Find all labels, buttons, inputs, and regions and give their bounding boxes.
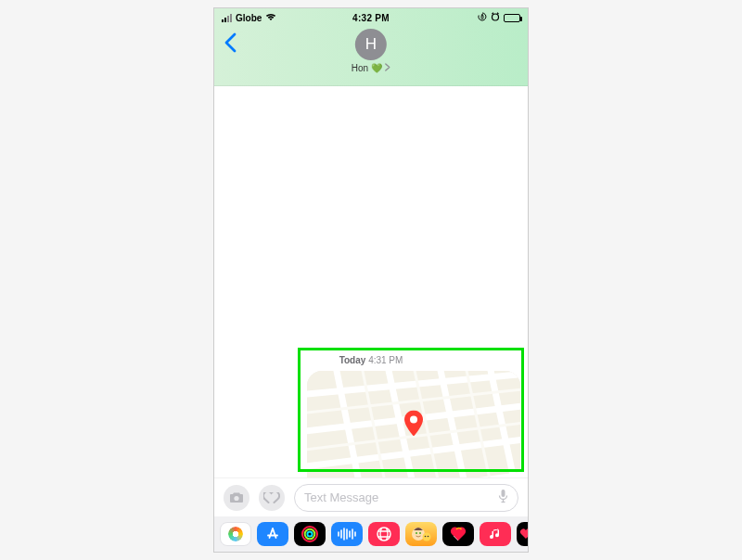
back-button[interactable] (224, 32, 237, 57)
avatar: H (355, 29, 387, 60)
message-placeholder: Text Message (304, 490, 378, 504)
cellular-signal-icon (222, 14, 232, 22)
hashtag-images-app-icon[interactable] (368, 522, 400, 546)
location-message-bubble[interactable]: Location from 4/4/23 (307, 371, 520, 477)
contact-info-button[interactable]: H Hon 💚 (352, 29, 390, 73)
wifi-icon (265, 12, 276, 23)
messages-app-screenshot: Globe 4:32 PM H Hon 💚 (213, 7, 529, 553)
clock-label: 4:32 PM (352, 13, 390, 23)
compose-bar: Text Message (214, 477, 528, 516)
memoji-app-icon[interactable] (405, 522, 437, 546)
green-heart-icon: 💚 (371, 63, 382, 73)
photos-app-icon[interactable] (220, 522, 251, 546)
apps-button[interactable] (259, 485, 285, 511)
extra-app-icon[interactable] (517, 522, 528, 546)
map-pin-icon (404, 411, 423, 437)
svg-point-37 (425, 536, 427, 538)
fitness-app-icon[interactable] (294, 522, 326, 546)
camera-button[interactable] (224, 485, 249, 511)
svg-point-24 (307, 531, 312, 536)
svg-line-1 (493, 13, 494, 14)
dictation-button[interactable] (498, 489, 508, 506)
chevron-right-icon (385, 63, 390, 73)
contact-name-label: Hon (352, 63, 368, 73)
svg-point-23 (305, 529, 315, 540)
apple-music-app-icon[interactable] (480, 522, 511, 546)
battery-icon (504, 14, 520, 22)
svg-point-32 (377, 528, 390, 541)
map-thumbnail (307, 371, 520, 477)
message-timestamp: Today 4:31 PM (214, 355, 528, 365)
svg-point-17 (410, 416, 417, 424)
svg-point-36 (423, 533, 431, 541)
digital-touch-app-icon[interactable] (442, 522, 474, 546)
svg-point-0 (493, 14, 499, 20)
svg-point-35 (419, 532, 421, 534)
conversation-thread[interactable]: Today 4:31 PM (214, 86, 528, 477)
svg-point-18 (234, 496, 238, 501)
svg-point-38 (428, 536, 429, 538)
status-bar: Globe 4:32 PM (214, 8, 528, 27)
alarm-icon (491, 12, 500, 23)
imessage-app-drawer[interactable] (214, 516, 528, 552)
conversation-header: H Hon 💚 (214, 27, 528, 86)
svg-line-2 (497, 13, 499, 14)
message-input[interactable]: Text Message (294, 484, 518, 512)
carrier-label: Globe (236, 13, 262, 23)
svg-rect-19 (502, 490, 505, 497)
audio-app-icon[interactable] (331, 522, 363, 546)
svg-point-34 (416, 532, 417, 534)
rotation-lock-icon (478, 12, 487, 23)
app-store-icon[interactable] (257, 522, 288, 546)
